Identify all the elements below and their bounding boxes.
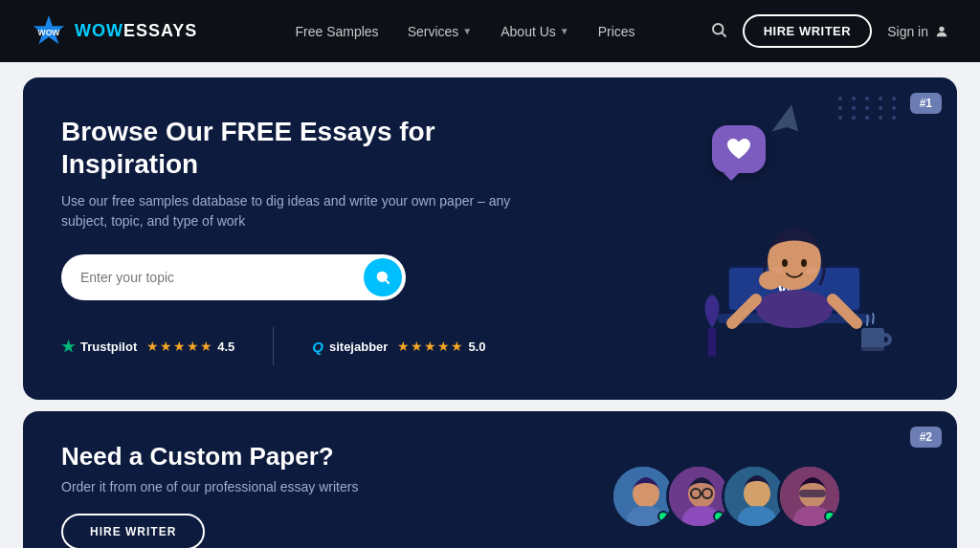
- search-icon[interactable]: [710, 21, 727, 42]
- svg-point-14: [806, 267, 817, 274]
- nav-links: Free Samples Services ▼ About Us ▼ Price…: [239, 16, 690, 47]
- trustpilot-score: 4.5: [217, 340, 234, 354]
- hero-banner: #1 W: [23, 77, 957, 400]
- custom-paper-title: Need a Custom Paper?: [61, 442, 358, 471]
- svg-line-3: [722, 33, 725, 36]
- hero-badge: #1: [910, 93, 942, 114]
- about-caret: ▼: [560, 26, 569, 36]
- search-input[interactable]: [80, 270, 364, 285]
- hire-writer-button[interactable]: HIRE WRITER: [743, 14, 872, 48]
- hero-content: Browse Our FREE Essays for Inspiration U…: [61, 116, 533, 365]
- custom-paper-content: Need a Custom Paper? Order it from one o…: [61, 442, 358, 548]
- avatar-online-indicator: [657, 511, 669, 522]
- sitejabber-stars: ★★★★★ 5.0: [397, 339, 485, 354]
- navbar: WOW WOWESSAYS Free Samples Services ▼ Ab…: [0, 0, 980, 62]
- person-illustration: W: [660, 161, 928, 390]
- nav-prices[interactable]: Prices: [587, 16, 647, 47]
- custom-paper-banner: #2 Need a Custom Paper? Order it from on…: [23, 411, 957, 548]
- svg-line-20: [386, 280, 390, 284]
- custom-paper-subtitle: Order it from one of our professional es…: [61, 479, 358, 494]
- trust-divider: [273, 327, 274, 365]
- sitejabber-name: sitejabber: [329, 340, 388, 354]
- svg-point-9: [756, 290, 833, 328]
- svg-rect-16: [708, 328, 716, 357]
- logo-text: WOWESSAYS: [75, 21, 197, 41]
- svg-rect-36: [799, 490, 826, 497]
- custom-hire-writer-button[interactable]: HIRE WRITER: [61, 514, 205, 548]
- search-button[interactable]: [364, 258, 402, 296]
- avatar-online-indicator: [824, 511, 835, 522]
- svg-point-19: [378, 273, 387, 281]
- svg-point-11: [782, 259, 788, 267]
- services-caret: ▼: [462, 26, 472, 36]
- hero-title: Browse Our FREE Essays for Inspiration: [61, 116, 533, 180]
- svg-text:WOW: WOW: [38, 27, 61, 36]
- writer-avatar-4: [777, 464, 842, 529]
- paper-plane-icon: [762, 100, 813, 153]
- nav-about-us[interactable]: About Us ▼: [489, 16, 581, 47]
- svg-rect-17: [861, 328, 884, 349]
- nav-right-area: HIRE WRITER Sign in: [710, 14, 949, 48]
- writers-avatars: [611, 464, 842, 529]
- svg-point-15: [759, 271, 782, 290]
- sitejabber-score: 5.0: [468, 340, 485, 354]
- custom-badge: #2: [910, 427, 942, 448]
- search-bar: [61, 254, 406, 300]
- main-content: #1 W: [0, 62, 980, 548]
- trustpilot-name: Trustpilot: [80, 340, 137, 354]
- trustpilot-logo: ★ Trustpilot: [61, 338, 137, 356]
- sitejabber-logo: Q sitejabber: [312, 339, 388, 355]
- svg-point-2: [713, 24, 724, 34]
- hero-subtitle: Use our free samples database to dig ide…: [61, 191, 521, 231]
- svg-point-12: [801, 259, 807, 267]
- svg-rect-18: [861, 347, 884, 351]
- sign-in-button[interactable]: Sign in: [887, 24, 949, 39]
- svg-point-31: [744, 479, 770, 508]
- nav-services[interactable]: Services ▼: [396, 16, 484, 47]
- nav-free-samples[interactable]: Free Samples: [283, 16, 390, 47]
- sitejabber-badge: Q sitejabber ★★★★★ 5.0: [312, 339, 485, 355]
- svg-point-4: [939, 26, 944, 31]
- avatar-online-indicator: [713, 511, 724, 522]
- dots-decoration: [838, 97, 900, 120]
- trust-badges: ★ Trustpilot ★★★★★ 4.5 Q sitejabber: [61, 327, 533, 365]
- trustpilot-badge: ★ Trustpilot ★★★★★ 4.5: [61, 338, 234, 356]
- trustpilot-stars: ★★★★★ 4.5: [146, 339, 234, 354]
- logo[interactable]: WOW WOWESSAYS: [31, 13, 197, 50]
